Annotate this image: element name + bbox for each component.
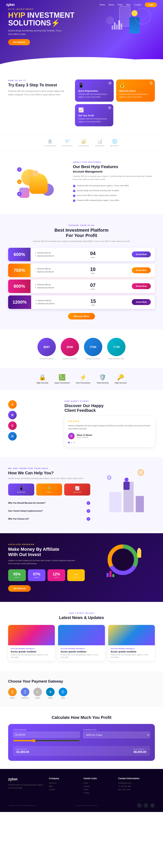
faq-item-2[interactable]: Can I Invest Using Cryptocurrency? + <box>8 507 90 515</box>
faq-question-2: Can I Invest Using Cryptocurrency? <box>8 510 43 512</box>
nav-blog[interactable]: Blog <box>126 4 130 6</box>
faq-item-3[interactable]: Why You Choose Us? + <box>8 515 90 523</box>
hero-title: HYIP INVESTMENTSOLUTIONS⚡ <box>8 11 82 27</box>
plans-section: CHOOSE YOUR PLAN Best Investment Platfor… <box>0 214 163 330</box>
feature-item-1: ✓ Praesent nibh nisl consequat ipsum sap… <box>73 184 155 187</box>
footer-phone[interactable]: +1 234 567 890 <box>118 785 155 787</box>
affiliate-description: Dapibus ut email volutpat por nisi lorem… <box>8 559 77 565</box>
main-nav: zylon Home About Plans Blog Contact Logi… <box>0 0 163 9</box>
footer: zylon Praesent nibh nisl consequat ipsum… <box>0 769 163 812</box>
trust-section: 🔒 High Security 💹 Super Investment ⚡ Fas… <box>0 368 163 390</box>
payment-ripple: ✕ Ripple <box>46 688 55 699</box>
nav-links: Home About Plans Blog Contact Login <box>99 2 157 7</box>
footer-link-terms[interactable]: Terms <box>84 788 114 790</box>
trust-high-security-2: 🔑 High Security <box>115 374 127 384</box>
footer-copyright: Copyright © 2021 All Rights Reserved <box>8 805 35 806</box>
plans-label: CHOOSE YOUR PLAN <box>8 224 155 226</box>
payment-title: Choose Your Payment Gateway <box>8 679 155 684</box>
footer-link-blog[interactable]: Blog <box>49 785 79 787</box>
blog-card-2[interactable]: Auctur grande vestibulo Auctur grande ve… <box>58 625 105 661</box>
feedback-section: A B C D OUR HAPPY CLIENT Discover Our Ha… <box>0 390 163 458</box>
nav-home[interactable]: Home <box>99 4 105 6</box>
trust-total-security: 🛡️ Total Security <box>97 374 108 384</box>
calculator-section: Calculate How Much You Profit YOUR AMOUN… <box>0 707 163 769</box>
discover-more-button[interactable]: Discover More <box>68 313 95 319</box>
feedback-author-role: Senior Manager <box>76 436 92 438</box>
social-facebook-icon[interactable]: f <box>137 803 142 808</box>
footer-link-contact[interactable]: Contact <box>49 788 79 790</box>
affiliate-section: AFFILIATE PROGRAM Make Money By Affiliat… <box>0 533 163 602</box>
blog-2-title: Auctur grande vestibulo <box>61 650 102 653</box>
aff-level-3: 12% Level 3 <box>47 569 65 581</box>
blog-3-category: Auctur grande vestibulo <box>111 648 153 650</box>
blog-3-title: Auctur grande vestibulo <box>111 650 153 653</box>
plan-row-1: 600% ✓ Minimum $10.00 ✓ Maximum $1,500.0… <box>8 248 155 261</box>
how-card-registration: 📱 Quick Registration Praesent nibh nisl … <box>75 80 114 102</box>
footer-link-about[interactable]: About Us <box>49 782 79 784</box>
nav-plans[interactable]: Plans <box>118 4 123 6</box>
feedback-text: Maiores voluptatem illo nimm eaque volup… <box>68 424 151 431</box>
partner-5: 🌐 NETWORX <box>110 139 119 147</box>
footer-address: New York, USA <box>118 788 155 790</box>
plan-2-button[interactable]: Invest Now <box>132 267 151 273</box>
login-button[interactable]: Login <box>145 2 157 7</box>
blog-title: Latest News & Updates <box>8 615 155 620</box>
social-twitter-icon[interactable]: t <box>143 803 148 808</box>
stat-members: 254K Registered Members <box>61 338 79 360</box>
calc-plan-select[interactable]: 600% for 4 days 700% for 10 days 800% fo… <box>83 732 150 738</box>
feedback-label: OUR HAPPY CLIENT <box>64 400 155 402</box>
plan-3-button[interactable]: Invest Now <box>132 283 151 289</box>
payment-bitcoin: ₿ Bitcoin <box>8 688 17 699</box>
feedback-avatar: O <box>68 433 74 439</box>
footer-logo: zylon <box>8 777 45 781</box>
features-description: Praesent nibh nisl consequat ipsum sapie… <box>73 175 155 181</box>
nav-contact[interactable]: Contact <box>134 4 141 6</box>
plan-4-button[interactable]: Invest Now <box>132 299 151 305</box>
blog-card-3[interactable]: Auctur grande vestibulo Auctur grande ve… <box>108 625 155 661</box>
calc-amount-slider[interactable] <box>13 739 80 742</box>
aff-level-2: 07% Level 2 <box>28 569 46 581</box>
payment-section: Choose Your Payment Gateway ₿ Bitcoin Ξ … <box>0 671 163 707</box>
nav-about[interactable]: About <box>108 4 114 6</box>
plan-row-3: 800% ✓ Minimum $50.00 ✓ Maximum $1,500.0… <box>8 280 155 293</box>
footer-company-title: Company <box>49 777 79 780</box>
feature-item-4: ✓ Praesent nibh consequat ipsum sapien. … <box>73 199 155 202</box>
stat-invested: $557 Invested in pitches <box>37 338 56 360</box>
blog-card-1[interactable]: Auctur grande vestibulo Auctur grande ve… <box>8 625 55 661</box>
plans-title: Best Investment PlatformFor Your Profit <box>8 227 155 238</box>
payment-icons: ₿ Bitcoin Ξ Ethereum Ł Litecoin ✕ Ripple… <box>8 688 155 699</box>
blog-label: OUR LATEST BLOGS <box>8 612 155 614</box>
footer-email[interactable]: info@zylon.com <box>118 782 155 784</box>
help-card-mobile: 📱 Mobile App <box>8 484 34 496</box>
hero-cta-button[interactable]: Get Started <box>8 39 30 45</box>
trust-fast-transaction: ⚡ Fast Transaction <box>76 374 91 384</box>
faq-item-1[interactable]: Why You Should Become An Investor? + <box>8 499 90 507</box>
social-instagram-icon[interactable]: in <box>150 803 155 808</box>
nav-logo: zylon <box>6 3 14 7</box>
calc-daily-profit: DAILY PROFIT → $1,500.00 <box>16 748 29 753</box>
calculator-title: Calculate How Much You Profit <box>8 715 155 720</box>
calc-amount-label: YOUR AMOUNT <box>13 729 80 731</box>
footer-link-privacy[interactable]: Privacy <box>84 792 114 794</box>
feedback-card: ★★★★★ Maiores voluptatem illo nimm eaque… <box>64 416 155 447</box>
plan-1-button[interactable]: Invest Now <box>132 251 151 257</box>
footer-link-faq[interactable]: FAQs <box>84 782 114 784</box>
help-section: WE ARE THERE FOR YOUR HELP How We Can He… <box>0 457 163 533</box>
footer-about-desc: Praesent nibh nisl consequat ipsum sapie… <box>8 783 45 790</box>
affiliate-label: AFFILIATE PROGRAM <box>8 544 85 546</box>
features-title: Our Best Hyip Features <box>73 164 155 169</box>
features-section: 1 2 3 ABOUT HYP FEATURES Our Best Hyip F… <box>0 151 163 214</box>
affiliate-title: Make Money By AffiliateWith Out Invest <box>8 547 85 557</box>
partner-1: 🏦 GLOBALBANK <box>44 139 56 147</box>
help-label: WE ARE THERE FOR YOUR HELP <box>8 467 90 469</box>
feature-item-3: ✓ Focus more effort to value ulterius to… <box>73 194 155 197</box>
partner-2: 💎 CRYSTALPAY <box>62 139 72 147</box>
affiliate-get-started-button[interactable]: Get Started <box>8 585 31 592</box>
hero-content: HYIP INVESTMENT HYIP INVESTMENTSOLUTIONS… <box>8 4 82 45</box>
help-title: How We Can Help You? <box>8 471 90 475</box>
footer-link-support[interactable]: Support <box>84 785 114 787</box>
aff-level-4: — Level 4 <box>67 569 85 581</box>
stat-avg-investment: 774K Average Investment <box>84 338 102 360</box>
calc-amount-input[interactable] <box>13 732 80 738</box>
help-description: Quickly design and develop stunning Hyip… <box>8 477 90 480</box>
